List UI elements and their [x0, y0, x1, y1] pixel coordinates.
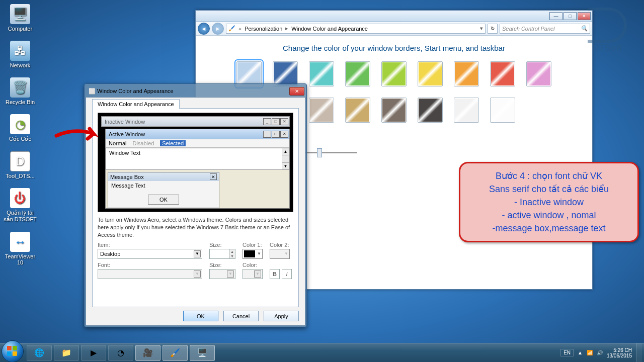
color-swatch[interactable] [418, 61, 443, 86]
back-button[interactable]: ◄ [198, 23, 210, 35]
color-swatch[interactable] [454, 98, 479, 123]
color-swatch[interactable] [381, 61, 407, 86]
color-swatch[interactable] [418, 98, 443, 123]
taskbar-explorer[interactable]: 📁 [54, 345, 79, 361]
address-bar-row: ◄ ► 🖌️ « Personalization ▸ Window Color … [196, 22, 592, 36]
font-dropdown: ▼ [98, 269, 202, 279]
tool-dtsoft-icon[interactable]: DTool_DTS... [2, 151, 38, 179]
clock[interactable]: 5:26 CH13/06/2015 [607, 347, 632, 358]
close-icon: ✕ [280, 118, 288, 125]
color1-button[interactable]: ▼ [243, 249, 263, 259]
search-input[interactable]: Search Control Panel🔍 [500, 24, 590, 34]
search-icon: 🔍 [581, 25, 588, 32]
start-button[interactable] [2, 340, 24, 363]
aero-note: To turn on Windows Aero, select a Window… [98, 216, 293, 239]
preview-message-box[interactable]: Message Box✕ Message Text OK [108, 172, 219, 208]
refresh-button[interactable]: ↻ [488, 24, 498, 34]
svg-rect-3 [13, 351, 17, 356]
item-dropdown[interactable]: Desktop▼ [98, 249, 202, 259]
appearance-dialog: ⬜ Window Color and Appearance ✕ Window C… [84, 83, 307, 327]
color2-button: ▼ [270, 249, 290, 259]
taskbar-media[interactable]: ▶ [81, 345, 106, 361]
fontcolor-label: Color: [243, 262, 263, 268]
taskbar-personalize[interactable]: 🖌️ [163, 345, 188, 361]
teamviewer-icon[interactable]: ↔TeamViewer 10 [2, 232, 38, 265]
taskbar-app1[interactable]: 🎥 [135, 345, 160, 361]
taskbar-coccoc[interactable]: ◔ [108, 345, 133, 361]
color-swatch[interactable] [345, 98, 370, 123]
dialog-titlebar[interactable]: ⬜ Window Color and Appearance ✕ [86, 85, 305, 97]
preview-menu[interactable]: Normal Disabled Selected [106, 139, 289, 148]
color-swatch[interactable] [526, 61, 551, 86]
italic-button[interactable]: I [282, 269, 292, 279]
dialog-apply-button[interactable]: Apply [264, 311, 299, 321]
color-swatch[interactable] [490, 61, 515, 86]
color-swatch[interactable] [236, 61, 262, 86]
recycle-bin-icon[interactable]: 🗑️Recycle Bin [2, 77, 38, 105]
svg-rect-1 [13, 346, 17, 350]
minimize-button[interactable]: — [549, 12, 562, 20]
instruction-callout: Bước 4 : chọn font chữ VK Sans serif cho… [459, 162, 639, 242]
folder-icon: 🖌️ [228, 25, 235, 32]
color-swatch[interactable] [309, 98, 334, 123]
color2-label: Color 2: [270, 242, 290, 248]
coccoc-icon[interactable]: ◔Cốc Cốc [2, 114, 38, 142]
maximize-button[interactable]: □ [564, 12, 577, 20]
color1-label: Color 1: [243, 242, 263, 248]
breadcrumb[interactable]: 🖌️ « Personalization ▸ Window Color and … [226, 24, 486, 34]
fontsize-dropdown: ▼ [209, 269, 235, 279]
fontsize-label: Size: [209, 262, 235, 268]
dialog-ok-button[interactable]: OK [183, 311, 218, 321]
size-spinner[interactable]: ▲▼ [209, 249, 235, 259]
system-tray: EN ▲ 📶 🔊 5:26 CH13/06/2015 [560, 343, 644, 363]
network-icon[interactable]: 🖧Network [2, 41, 38, 68]
preview-active-window[interactable]: Active Window _□✕ Normal Disabled Select… [105, 129, 290, 209]
desktop-icons: 🖥️Computer 🖧Network 🗑️Recycle Bin ◔Cốc C… [2, 4, 38, 275]
dialog-close-button[interactable]: ✕ [289, 87, 304, 96]
color-swatch[interactable] [454, 61, 479, 86]
taskbar: 🌐 📁 ▶ ◔ 🎥 🖌️ 🖥️ EN ▲ 📶 🔊 5:26 CH13/06/20… [0, 343, 644, 362]
min-icon: _ [263, 118, 271, 125]
tray-volume-icon[interactable]: 🔊 [597, 350, 603, 355]
quanly-icon[interactable]: ⏻Quản lý tài sản DTSOFT [2, 188, 38, 223]
tab-appearance[interactable]: Window Color and Appearance [92, 99, 180, 109]
dialog-title: Window Color and Appearance [97, 88, 174, 94]
color-swatch[interactable] [309, 61, 334, 86]
tray-network-icon[interactable]: 📶 [587, 350, 593, 355]
color-swatch[interactable] [490, 98, 515, 123]
close-icon: ✕ [210, 173, 217, 180]
page-title: Change the color of your window borders,… [209, 44, 579, 52]
color-swatch[interactable] [345, 61, 370, 86]
language-indicator[interactable]: EN [560, 349, 574, 356]
color-swatch[interactable] [381, 98, 407, 123]
item-label: Item: [98, 242, 202, 248]
preview-text-area[interactable]: Window Text ▲▼ [106, 148, 289, 170]
tray-flag-icon[interactable]: ▲ [578, 350, 583, 355]
preview-inactive-window[interactable]: Inactive Window _□✕ [101, 116, 290, 127]
max-icon: □ [272, 118, 280, 125]
fontcolor-button: ▼ [243, 269, 263, 279]
show-desktop-button[interactable] [636, 343, 642, 363]
size-label: Size: [209, 242, 235, 248]
svg-rect-0 [7, 346, 12, 350]
bold-button[interactable]: B [270, 269, 280, 279]
taskbar-ie[interactable]: 🌐 [27, 345, 52, 361]
dialog-cancel-button[interactable]: Cancel [223, 311, 259, 321]
forward-button[interactable]: ► [212, 23, 224, 35]
tab-panel: Inactive Window _□✕ Active Window _□✕ No… [92, 108, 299, 307]
computer-icon[interactable]: 🖥️Computer [2, 4, 38, 32]
scrollbar[interactable]: ▲▼ [282, 148, 289, 169]
taskbar-app2[interactable]: 🖥️ [190, 345, 215, 361]
color-swatch[interactable] [273, 61, 298, 86]
preview-ok-button[interactable]: OK [148, 195, 179, 205]
preview-area: Inactive Window _□✕ Active Window _□✕ No… [98, 113, 293, 212]
font-label: Font: [98, 262, 202, 268]
cp-titlebar: — □ ✕ [196, 11, 592, 22]
close-button[interactable]: ✕ [578, 12, 591, 20]
svg-rect-2 [7, 351, 12, 356]
